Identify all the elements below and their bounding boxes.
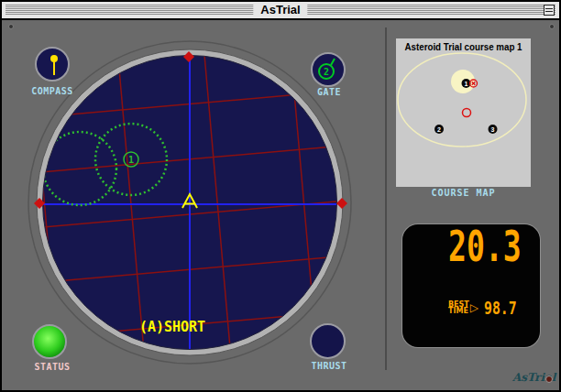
gate-number: 2 [324, 67, 329, 77]
course-map-caption: COURSE MAP [396, 188, 531, 198]
best-time-label-line2: TIME [448, 308, 469, 314]
course-map-graphic: 1 2 3 Asteroid Trial course map 1 [396, 38, 531, 187]
gate-indicator[interactable]: 2 [311, 52, 346, 87]
astrial-window: AsTrial [0, 0, 561, 392]
gate-icon: 2 [313, 54, 344, 85]
gate1-badge-number: 1 [128, 155, 134, 165]
lcd-timer-display: 20.3 BEST TIME ▷ 98.7 [402, 224, 540, 347]
gate-label: GATE [292, 87, 366, 97]
waypoint-3-number: 3 [491, 126, 495, 133]
thrust-lamp[interactable] [310, 323, 346, 359]
status-label: STATUS [16, 362, 89, 372]
compass-needle-icon [53, 60, 55, 75]
window-titlebar[interactable]: AsTrial [2, 2, 559, 20]
window-shade-glyph [545, 11, 553, 12]
screw-top-right [549, 24, 555, 29]
thrust-label: THRUST [292, 361, 366, 371]
waypoint-1-number: 1 [465, 81, 468, 87]
best-time-row: BEST TIME ▷ 98.7 [448, 298, 526, 318]
waypoint-2-number: 2 [437, 126, 441, 133]
best-time-readout: 98.7 [484, 298, 517, 318]
best-time-pointer-icon: ▷ [470, 302, 478, 313]
best-time-label: BEST TIME [448, 301, 469, 314]
course-map-panel: 1 2 3 Asteroid Trial course map 1 [396, 38, 531, 187]
status-lamp[interactable] [32, 324, 67, 359]
panel-separator [385, 27, 387, 370]
compass-label: COMPASS [16, 86, 89, 96]
ship-position-ring [463, 109, 471, 117]
course-boundary-circle [398, 53, 526, 147]
window-title: AsTrial [253, 2, 307, 18]
course-map-title: Asteroid Trial course map 1 [405, 42, 522, 52]
window-shade-button[interactable] [544, 5, 555, 16]
current-time-readout: 20.3 [448, 226, 522, 267]
logo-dot [545, 376, 553, 383]
compass-indicator[interactable] [35, 47, 70, 82]
radar-annotation: (A)SHORT [139, 319, 205, 335]
screw-top-left [8, 24, 14, 29]
window-shade-glyph [545, 8, 553, 9]
